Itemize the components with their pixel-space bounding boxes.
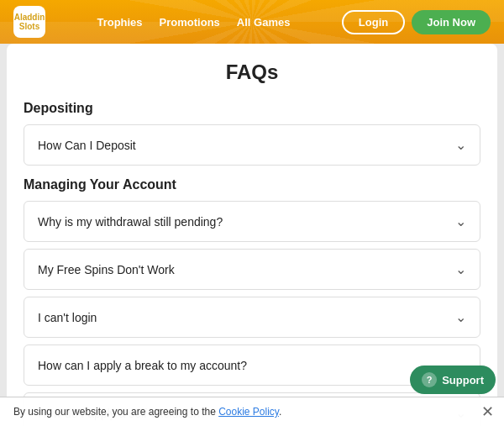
chevron-down-icon: ⌄: [455, 309, 466, 325]
faq-label: How can I apply a break to my account?: [38, 359, 247, 372]
chevron-down-icon: ⌄: [455, 137, 466, 153]
cookie-banner: By using our website, you are agreeing t…: [0, 397, 504, 426]
section-depositing: Depositing How Can I Deposit ⌄: [24, 101, 480, 166]
cookie-close-button[interactable]: ✕: [481, 404, 494, 419]
chevron-down-icon: ⌄: [455, 261, 466, 277]
nav-promotions[interactable]: Promotions: [160, 16, 220, 29]
chevron-down-icon: ⌄: [455, 213, 466, 229]
faq-item-deposit[interactable]: How Can I Deposit ⌄: [24, 124, 480, 166]
join-button[interactable]: Join Now: [412, 10, 491, 34]
section-title-depositing: Depositing: [24, 101, 480, 116]
cookie-policy-link[interactable]: Cookie Policy: [218, 406, 279, 418]
faq-item-cant-login[interactable]: I can't login ⌄: [24, 297, 480, 338]
faq-label: Why is my withdrawal still pending?: [38, 215, 223, 229]
cookie-period: .: [279, 406, 281, 418]
cookie-text: By using our website, you are agreeing t…: [13, 406, 218, 418]
nav-all-games[interactable]: All Games: [237, 16, 291, 29]
support-label: Support: [442, 374, 484, 387]
section-title-managing: Managing Your Account: [24, 177, 480, 192]
logo-area: AladdinSlots: [13, 6, 45, 38]
section-managing: Managing Your Account Why is my withdraw…: [24, 177, 480, 426]
logo: AladdinSlots: [13, 6, 45, 38]
support-icon: ?: [422, 372, 437, 387]
page-title: FAQs: [24, 60, 480, 84]
faq-label: My Free Spins Don't Work: [38, 263, 175, 276]
header: AladdinSlots Trophies Promotions All Gam…: [0, 0, 504, 44]
faq-label: I can't login: [38, 311, 97, 324]
faq-label: How Can I Deposit: [38, 139, 136, 152]
header-buttons: Login Join Now: [342, 10, 491, 34]
nav-trophies[interactable]: Trophies: [97, 16, 142, 29]
support-button[interactable]: ? Support: [410, 366, 496, 394]
faq-item-withdrawal[interactable]: Why is my withdrawal still pending? ⌄: [24, 201, 480, 242]
faq-item-free-spins[interactable]: My Free Spins Don't Work ⌄: [24, 249, 480, 290]
nav-links: Trophies Promotions All Games: [97, 16, 290, 29]
login-button[interactable]: Login: [342, 10, 405, 34]
